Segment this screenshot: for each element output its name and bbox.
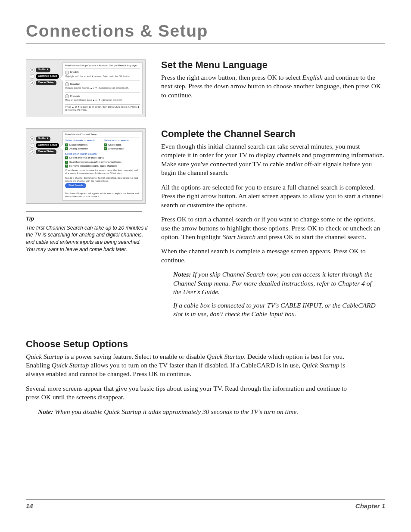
- nav-num: 2: [30, 81, 34, 85]
- group-heading: Select channels to search:: [65, 139, 101, 143]
- note-text: To add a channel that Channel Search did…: [65, 177, 140, 183]
- group-heading: Select other search options:: [65, 152, 140, 156]
- cb-digital: Digital channels: [69, 143, 87, 147]
- checkbox-icon: ✓: [104, 147, 107, 150]
- checkbox-icon: ✓: [104, 143, 107, 146]
- note-text: Note: When you disable Quick Startup it …: [38, 408, 357, 416]
- start-search-button: Start Search: [65, 183, 86, 188]
- tv-screenshot-language: 0Go Back 1Continue Setup 2Cancel Setup M…: [26, 59, 146, 117]
- lang-espanol: Español: [70, 83, 80, 86]
- hint-text: Resalte con las flechas ▲ y ▼ . Seleccio…: [65, 87, 140, 90]
- breadcrumb: Main Menu▸Setup Options▸Assisted Setup▸M…: [65, 64, 140, 69]
- panel-footer: Two lines of help text will appear in th…: [65, 191, 140, 198]
- nav-num: 2: [30, 149, 34, 154]
- tip-body: The first Channel Search can take up to …: [26, 224, 149, 253]
- nav-continue: Continue Setup: [36, 143, 59, 148]
- cb-antenna: Antenna Input: [108, 147, 124, 151]
- cb-detect: Detect antenna or cable signal: [69, 156, 104, 160]
- cb-cable: Cable Input: [108, 143, 121, 147]
- radio-icon: [65, 94, 69, 98]
- body-text: Even though this initial channel search …: [161, 142, 385, 177]
- checkbox-icon: ✓: [65, 156, 68, 159]
- nav-num: 0: [30, 137, 34, 141]
- hint-text: Highlight with the ▲ and ▼ arrows. Selec…: [65, 75, 140, 78]
- cb-already: Search channels already in my channel li…: [69, 161, 121, 164]
- body-text: Press OK to start a channel search or if…: [161, 215, 385, 241]
- body-text: When the channel search is complete a me…: [161, 247, 385, 264]
- body-text: Quick Startup is a power saving feature.…: [26, 352, 362, 379]
- nav-continue: Continue Setup: [36, 74, 59, 79]
- panel-footer: Press ▲ or ▼ to point to an option, then…: [65, 104, 140, 112]
- title-rule: [26, 43, 385, 44]
- page-number: 14: [26, 502, 33, 510]
- body-text: Several more screens appear that give yo…: [26, 384, 362, 402]
- nav-num: 0: [30, 68, 34, 72]
- checkbox-icon: ✓: [65, 143, 68, 146]
- body-text: All the options are selected for you to …: [161, 183, 385, 209]
- chapter-label: Chapter 1: [355, 502, 385, 510]
- cb-analog: Analog channels: [69, 147, 88, 151]
- checkbox-icon: ✓: [65, 161, 68, 164]
- tv-screenshot-channel-setup: 0Go Back 1Continue Setup 2Cancel Setup M…: [26, 128, 146, 204]
- page-footer: 14 Chapter 1: [26, 499, 385, 510]
- group-heading: Select input to search:: [104, 139, 140, 143]
- tip-rule: [26, 212, 142, 212]
- checkbox-icon: ✓: [65, 165, 68, 168]
- nav-num: 1: [30, 74, 34, 79]
- note-text: Notes: If you skip Channel Search now, y…: [173, 270, 377, 296]
- nav-cancel: Cancel Setup: [36, 149, 56, 154]
- body-text: Press the right arrow button, then press…: [161, 73, 385, 100]
- nav-cancel: Cancel Setup: [36, 81, 56, 85]
- tip-heading: Tip: [26, 215, 150, 222]
- lang-english: English: [70, 71, 79, 74]
- nav-go-back: Go Back: [36, 68, 50, 72]
- nav-num: 1: [30, 143, 34, 148]
- lang-francais: Français: [70, 95, 80, 98]
- note-text: Check fewer boxes to make the search fas…: [65, 169, 140, 175]
- breadcrumb: Main Menu▸Channel Setup: [65, 133, 140, 138]
- hint-text: Mise en surbrillance avec ▲ et ▼ . Sélec…: [65, 99, 140, 102]
- cb-remove: Remove scrambled digital cable channels: [69, 165, 117, 168]
- heading-set-menu-language: Set the Menu Language: [161, 59, 385, 71]
- note-text: If a cable box is connected to your TV's…: [173, 301, 377, 319]
- radio-icon: [65, 82, 69, 86]
- nav-go-back: Go Back: [36, 137, 50, 141]
- checkbox-icon: ✓: [65, 147, 68, 150]
- page-title: Connections & Setup: [26, 22, 385, 40]
- heading-choose-setup-options: Choose Setup Options: [26, 339, 385, 350]
- heading-complete-channel-search: Complete the Channel Search: [161, 128, 385, 140]
- radio-icon: [65, 71, 69, 75]
